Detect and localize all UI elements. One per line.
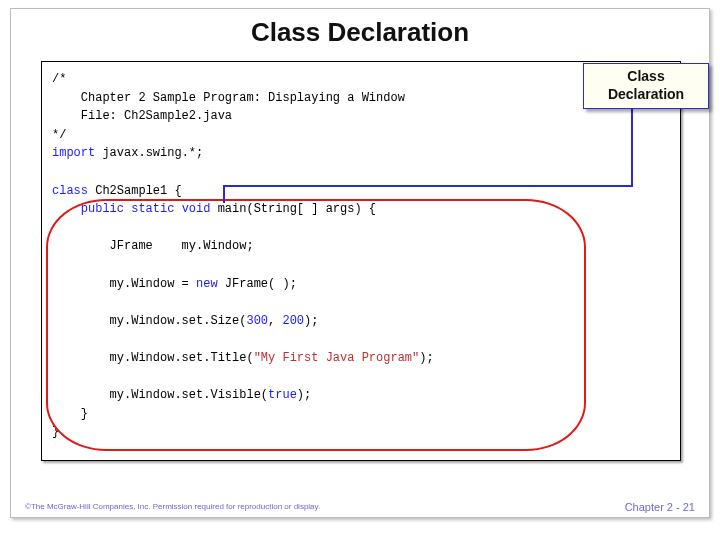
copyright-text: ©The McGraw-Hill Companies, Inc. Permiss…	[25, 502, 320, 511]
callout-line: Class	[584, 68, 708, 86]
import-pkg: javax.swing.*;	[95, 146, 203, 160]
slide-title: Class Declaration	[11, 17, 709, 48]
page-number: Chapter 2 - 21	[625, 501, 695, 513]
code-blank	[52, 163, 670, 182]
keyword-import: import	[52, 146, 95, 160]
keyword-class: class	[52, 184, 88, 198]
class-decl-highlight-oval	[46, 199, 586, 451]
callout-connector	[223, 185, 633, 187]
class-name: Ch2Sample1 {	[88, 184, 182, 198]
code-comment: */	[52, 126, 670, 145]
slide-frame: Class Declaration /* Chapter 2 Sample Pr…	[10, 8, 710, 518]
code-comment: Chapter 2 Sample Program: Displaying a W…	[52, 89, 670, 108]
code-comment: /*	[52, 70, 670, 89]
callout-connector	[223, 185, 225, 203]
code-comment: File: Ch2Sample2.java	[52, 107, 670, 126]
callout-class-declaration: Class Declaration	[583, 63, 709, 109]
callout-connector	[631, 109, 633, 187]
code-import: import javax.swing.*;	[52, 144, 670, 163]
callout-line: Declaration	[584, 86, 708, 104]
